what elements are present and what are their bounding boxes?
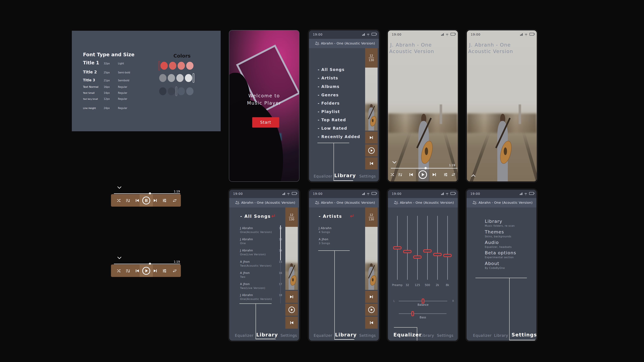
now-playing-header[interactable]: ♫ J. Abrahn - One (Acoustic Version) (309, 198, 379, 207)
song-row[interactable]: J AbrahnOne13 (240, 238, 282, 245)
menu-item-genres[interactable]: - Genres (318, 93, 339, 97)
play-button[interactable] (365, 304, 378, 316)
next-track-button[interactable] (432, 172, 437, 177)
previous-track-button[interactable] (365, 157, 378, 169)
eq-band-track[interactable] (447, 216, 448, 280)
settings-item-about[interactable]: AboutBy CodeByOne (485, 261, 505, 270)
collapse-chevron-icon[interactable] (391, 160, 398, 164)
settings-item-audio[interactable]: AudioEqualizer, headsets (485, 240, 512, 249)
eq-band-handle[interactable] (413, 256, 422, 259)
color-swatch[interactable] (178, 87, 185, 95)
repeat-icon[interactable] (172, 269, 177, 273)
color-swatch[interactable] (159, 87, 166, 95)
now-playing-header[interactable]: ♫ J. Abrahn - One (Acoustic Version) (309, 39, 379, 48)
eq-band-track[interactable] (407, 216, 408, 280)
tab-equalizer[interactable]: Equalizer (235, 333, 254, 338)
eq-band-handle[interactable] (393, 246, 402, 250)
menu-item-artists[interactable]: - Artists (318, 76, 338, 80)
play-button[interactable] (418, 170, 427, 179)
menu-item-top-rated[interactable]: - Top Rated (318, 118, 346, 122)
album-art-thumbnail[interactable] (365, 227, 378, 290)
eq-band-handle[interactable] (423, 249, 432, 253)
eq-band-track[interactable] (437, 216, 438, 280)
eq-band-track[interactable] (417, 216, 418, 280)
previous-track-button[interactable] (285, 317, 298, 329)
previous-track-button[interactable] (135, 268, 140, 273)
color-swatch[interactable] (186, 62, 194, 70)
menu-item-all-songs[interactable]: - All Songs (318, 67, 344, 72)
shuffle-icon[interactable] (117, 269, 121, 273)
color-swatch[interactable] (169, 62, 176, 70)
progress-handle[interactable] (424, 167, 427, 169)
tab-equalizer[interactable]: Equalizer (473, 333, 492, 338)
color-swatch[interactable] (186, 87, 194, 95)
artist-row[interactable]: J Abrahn4 Songs (319, 227, 332, 234)
previous-track-button[interactable] (365, 317, 378, 329)
tab-library[interactable]: Library (335, 332, 357, 338)
settings-item-library[interactable]: LibraryMusic folders, re scan (485, 219, 515, 227)
equalizer-sliders-icon[interactable] (162, 198, 167, 203)
progress-bar[interactable] (391, 168, 458, 168)
color-swatch[interactable] (185, 74, 192, 82)
bass-slider[interactable] (399, 314, 446, 314)
shuffle-icon[interactable] (117, 198, 121, 203)
artist-row[interactable]: A Jhon3 Songs (319, 238, 330, 245)
collapse-chevron-icon[interactable] (116, 256, 123, 260)
next-track-button[interactable] (153, 268, 158, 273)
play-button[interactable] (142, 267, 150, 275)
now-playing-header[interactable]: ♫ J. Abrahn - One (Acoustic Version) (466, 198, 536, 207)
album-art-thumbnail[interactable] (285, 227, 298, 290)
song-row[interactable]: A JhonTwo(Acoustic Version)15 (240, 260, 282, 267)
tab-settings[interactable]: Settings (512, 332, 536, 338)
tab-equalizer[interactable]: Equalizer (314, 333, 332, 338)
previous-track-button[interactable] (135, 198, 140, 203)
queue-icon[interactable] (398, 173, 402, 177)
eq-band-track[interactable] (427, 216, 428, 280)
next-track-button[interactable] (153, 198, 158, 203)
song-row[interactable]: J AbrahnOne(Live Version)14 (240, 249, 282, 256)
shuffle-icon[interactable] (390, 173, 394, 177)
repeat-icon[interactable] (451, 173, 456, 177)
expand-chevron-icon[interactable] (470, 174, 477, 178)
equalizer-sliders-icon[interactable] (444, 173, 448, 177)
color-swatch[interactable] (159, 74, 166, 82)
tab-library[interactable]: Library (256, 332, 278, 338)
pause-button[interactable] (142, 196, 150, 205)
menu-item-folders[interactable]: - Folders (318, 101, 340, 106)
now-playing-header[interactable]: ♫ J. Abrahn - One (Acoustic Version) (229, 198, 299, 207)
tab-settings[interactable]: Settings (359, 333, 376, 338)
play-button[interactable] (365, 144, 378, 156)
queue-icon[interactable] (126, 198, 130, 203)
queue-icon[interactable] (126, 269, 130, 273)
color-swatch[interactable] (168, 87, 175, 95)
album-art-thumbnail[interactable] (365, 68, 378, 131)
tab-library[interactable]: Library (420, 333, 434, 338)
balance-handle[interactable] (422, 299, 424, 304)
settings-item-beta[interactable]: Beta optionsExperimental section (485, 250, 516, 259)
tab-equalizer[interactable]: Equalizer (314, 174, 332, 178)
return-arrow-icon[interactable] (270, 213, 276, 219)
color-swatch[interactable] (160, 62, 168, 70)
now-playing-header[interactable]: ♫ J. Abrahn - One (Acoustic Version) (388, 198, 458, 207)
song-row[interactable]: J AbrahnOne(Acoustic Version)18 (240, 294, 282, 301)
eq-band-handle[interactable] (403, 250, 412, 253)
color-swatch[interactable] (168, 74, 175, 82)
eq-band-handle[interactable] (433, 253, 442, 256)
repeat-icon[interactable] (172, 198, 177, 203)
menu-item-playlist[interactable]: - Playlist (318, 109, 340, 114)
tab-library[interactable]: Library (334, 173, 356, 178)
collapse-chevron-icon[interactable] (116, 186, 123, 189)
progress-bar[interactable] (114, 264, 180, 264)
tab-settings[interactable]: Settings (359, 174, 376, 178)
song-row[interactable]: A JhonTwo16 (240, 271, 282, 278)
previous-track-button[interactable] (408, 172, 414, 177)
equalizer-sliders-icon[interactable] (162, 269, 167, 273)
scrollbar-thumb[interactable] (280, 225, 281, 260)
color-swatch[interactable] (178, 62, 185, 70)
settings-item-themes[interactable]: ThemesSkins, backgrounds (485, 229, 511, 238)
menu-item-albums[interactable]: - Albums (318, 84, 340, 89)
tab-settings[interactable]: Settings (437, 333, 454, 338)
menu-item-recently-added[interactable]: - Recently Added (318, 134, 360, 139)
menu-item-low-rated[interactable]: - Low Rated (318, 126, 347, 131)
progress-bar[interactable] (114, 193, 180, 194)
